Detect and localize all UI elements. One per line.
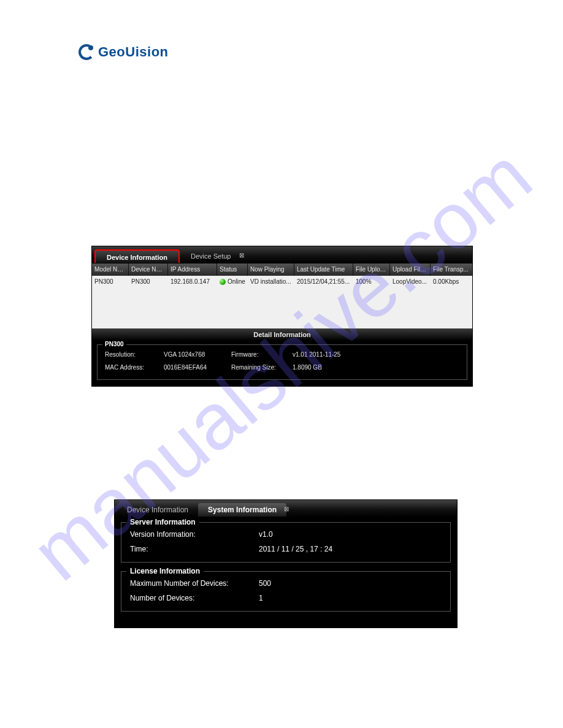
license-information-legend: License Information <box>126 567 204 575</box>
detail-fieldset: PN300 Resolution: VGA 1024x768 Firmware:… <box>97 344 467 380</box>
tab-device-information[interactable]: Device Information <box>94 249 180 263</box>
server-information-legend: Server Information <box>126 518 199 526</box>
device-table-header: Model Name Device Name IP Address Status… <box>92 264 472 276</box>
online-status-icon <box>220 279 226 285</box>
resolution-value: VGA 1024x768 <box>164 351 225 358</box>
col-ip-address[interactable]: IP Address <box>168 264 217 276</box>
cell-last-update: 2015/12/04,21:55... <box>294 276 353 288</box>
cell-status: Online <box>217 276 248 288</box>
cell-file-transfer: 0.00Kbps <box>431 276 471 288</box>
system-information-panel: Device Information System Information ⊠ … <box>114 499 458 628</box>
license-information-fieldset: License Information Maximum Number of De… <box>121 571 451 612</box>
close-icon[interactable]: ⊠ <box>239 252 244 259</box>
resolution-label: Resolution: <box>105 351 158 358</box>
col-file-upload-progress[interactable]: File Uploa... <box>353 264 390 276</box>
detail-legend: PN300 <box>102 341 126 347</box>
close-icon[interactable]: ⊠ <box>284 506 289 512</box>
cell-now-playing: VD installatio... <box>248 276 294 288</box>
panel2-body: Server Information Version Information: … <box>115 517 457 628</box>
status-text: Online <box>228 278 245 285</box>
max-devices-label: Maximum Number of Devices: <box>130 579 259 588</box>
col-model-name[interactable]: Model Name <box>92 264 129 276</box>
table-empty-area <box>92 288 472 328</box>
detail-information-header: Detail Information <box>92 328 472 341</box>
table-row[interactable]: PN300 PN300 192.168.0.147 Online VD inst… <box>92 276 472 288</box>
col-last-update[interactable]: Last Update Time <box>294 264 353 276</box>
col-status[interactable]: Status <box>217 264 248 276</box>
brand-logo: GeoUision <box>79 44 169 60</box>
firmware-label: Firmware: <box>231 351 286 358</box>
tab-system-information[interactable]: System Information <box>198 503 286 517</box>
number-of-devices-label: Number of Devices: <box>130 594 259 602</box>
mac-address-value: 0016E84EFA64 <box>164 364 225 371</box>
tab-device-information-2[interactable]: Device Information <box>117 503 198 517</box>
logo-swirl-icon <box>79 44 94 60</box>
device-information-panel: Device Information Device Setup ⊠ Model … <box>91 246 473 387</box>
cell-ip-address: 192.168.0.147 <box>168 276 217 288</box>
firmware-value: v1.01 2011-11-25 <box>293 351 459 358</box>
max-devices-value: 500 <box>259 579 271 588</box>
cell-device-name: PN300 <box>129 276 168 288</box>
version-information-label: Version Information: <box>130 530 259 539</box>
cell-model-name: PN300 <box>92 276 129 288</box>
number-of-devices-value: 1 <box>259 594 263 602</box>
remaining-size-value: 1.8090 GB <box>293 364 459 371</box>
mac-address-label: MAC Address: <box>105 364 158 371</box>
col-file-transfer[interactable]: File Transp... <box>431 264 471 276</box>
panel2-tabbar: Device Information System Information ⊠ <box>115 500 457 517</box>
time-value: 2011 / 11 / 25 , 17 : 24 <box>259 545 332 553</box>
col-now-playing[interactable]: Now Playing <box>248 264 294 276</box>
server-information-fieldset: Server Information Version Information: … <box>121 522 451 563</box>
col-upload-file[interactable]: Upload File... <box>390 264 431 276</box>
time-label: Time: <box>130 545 259 553</box>
logo-text: GeoUision <box>98 44 169 60</box>
cell-upload-file: LoopVideo... <box>390 276 431 288</box>
version-information-value: v1.0 <box>259 530 273 539</box>
remaining-size-label: Remaining Size: <box>231 364 286 371</box>
cell-file-upload-progress: 100% <box>353 276 390 288</box>
panel1-tabbar: Device Information Device Setup ⊠ <box>92 246 472 264</box>
tab-device-setup[interactable]: Device Setup <box>180 249 242 263</box>
col-device-name[interactable]: Device Name <box>129 264 168 276</box>
